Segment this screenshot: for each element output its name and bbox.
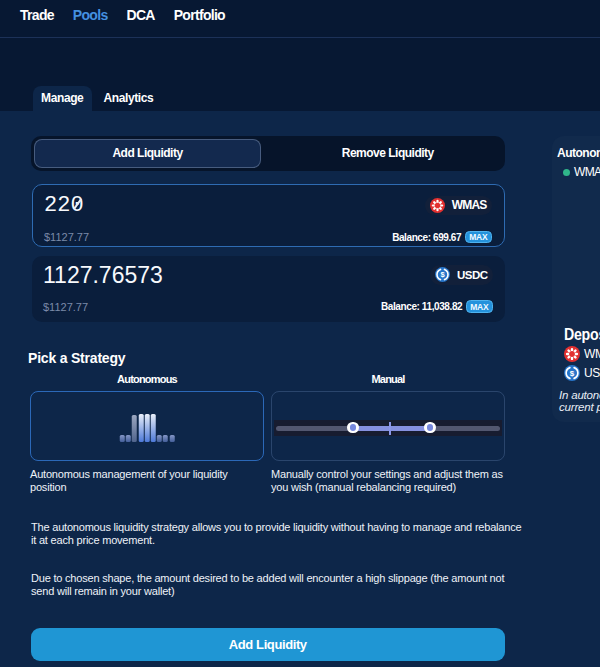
- svg-text:$: $: [569, 369, 574, 378]
